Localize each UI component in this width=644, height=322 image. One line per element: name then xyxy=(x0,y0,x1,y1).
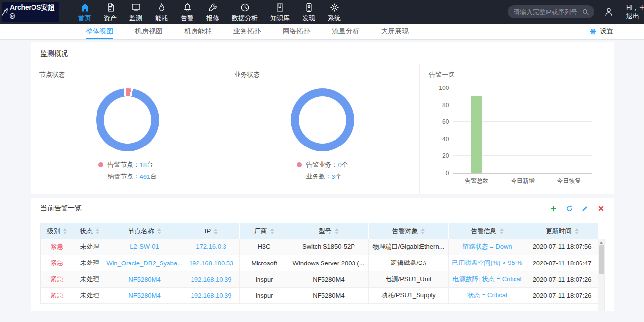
settings-button[interactable]: 设置 xyxy=(589,24,613,39)
logout-link[interactable]: 退出 xyxy=(626,12,644,20)
nav-item-energy[interactable]: 能耗 xyxy=(149,0,174,24)
data-analysis-icon xyxy=(240,2,250,13)
app-logo[interactable]: ArcherOS安超® xyxy=(2,2,59,22)
nav-item-knowledge[interactable]: 知识库 xyxy=(264,0,296,24)
nav-item-monitor[interactable]: 监测 xyxy=(123,0,149,24)
column-header[interactable]: 级别 xyxy=(41,223,73,239)
table-cell[interactable]: 192.168.10.39 xyxy=(183,288,240,304)
legend-value: 3 xyxy=(331,173,335,180)
table-scrollbar[interactable] xyxy=(598,239,605,311)
nav-item-label: 数据分析 xyxy=(232,14,258,23)
sort-icon[interactable] xyxy=(335,228,339,234)
main-nav: 首页资产监测能耗告警报修数据分析知识库发现系统 xyxy=(72,0,347,24)
table-cell[interactable]: 状态 = Critical xyxy=(449,288,526,304)
nav-item-asset[interactable]: 资产 xyxy=(97,0,123,24)
subnav-tab-4[interactable]: 业务拓扑 xyxy=(233,24,261,39)
sort-icon[interactable] xyxy=(96,228,99,234)
table-cell[interactable]: 172.16.0.3 xyxy=(183,239,240,255)
table-cell[interactable]: NF5280M4 xyxy=(106,271,183,288)
table-cell[interactable]: 192.168.10.39 xyxy=(183,271,240,288)
sort-icon[interactable] xyxy=(63,228,67,234)
scroll-up-icon[interactable] xyxy=(599,241,603,244)
table-cell: 2020-07-11 18:07:26 xyxy=(526,288,598,304)
alarm-panel-title: 告警一览 xyxy=(429,70,606,79)
column-header[interactable]: 厂商 xyxy=(240,223,289,239)
table-cell[interactable]: 192.168.100.53 xyxy=(183,255,240,271)
table-cell: Microsoft xyxy=(240,255,289,271)
user-avatar-icon[interactable] xyxy=(603,6,614,17)
global-search[interactable] xyxy=(508,5,594,18)
sort-icon[interactable] xyxy=(270,228,274,234)
table-cell: H3C xyxy=(240,239,289,255)
y-axis-label: 100 xyxy=(429,85,449,91)
nav-item-label: 发现 xyxy=(302,14,315,23)
table-cell[interactable]: L2-SW-01 xyxy=(106,239,183,255)
nav-item-alarm-bell[interactable]: 告警 xyxy=(174,0,200,24)
column-header[interactable]: 告警对象 xyxy=(369,223,449,239)
table-cell[interactable]: NF5280M4 xyxy=(106,288,183,304)
settings-label: 设置 xyxy=(600,27,613,36)
subnav-tab-5[interactable]: 网络拓扑 xyxy=(283,24,310,39)
node-status-legend: 告警节点： 18 台 纳管节点： 461 台 xyxy=(98,159,157,182)
sub-navbar: 整体视图机房视图机房能耗业务拓扑网络拓扑流量分析大屏展现 设置 xyxy=(0,24,644,40)
table-row: 紧急未处理L2-SW-01172.16.0.3H3CSwitch S1850-5… xyxy=(41,239,598,255)
subnav-tab-6[interactable]: 流量分析 xyxy=(332,24,359,39)
nav-item-repair[interactable]: 报修 xyxy=(200,0,225,24)
sort-icon[interactable] xyxy=(157,228,161,234)
column-header[interactable]: IP xyxy=(183,223,240,239)
refresh-button[interactable] xyxy=(566,205,573,212)
edit-button[interactable] xyxy=(581,205,589,212)
refresh-icon xyxy=(566,205,573,212)
column-header[interactable]: 告警信息 xyxy=(449,223,526,239)
alert-bullet-icon xyxy=(297,162,302,167)
sort-icon[interactable] xyxy=(500,228,504,234)
column-header[interactable]: 节点名称 xyxy=(106,223,183,239)
legend-label: 告警节点： xyxy=(107,160,139,169)
scrollbar-thumb[interactable] xyxy=(599,245,604,274)
table-cell: 2020-07-11 18:07:56 xyxy=(526,239,598,255)
column-header[interactable]: 状态 xyxy=(73,223,106,239)
search-icon[interactable] xyxy=(581,8,590,16)
sort-icon[interactable] xyxy=(575,228,579,234)
table-cell[interactable]: 链路状态 = Down xyxy=(449,239,526,255)
subnav-tab-7[interactable]: 大屏展现 xyxy=(381,24,409,39)
nav-item-data-analysis[interactable]: 数据分析 xyxy=(225,0,264,24)
legend-unit: 台 xyxy=(147,160,153,169)
add-button[interactable] xyxy=(550,205,557,212)
table-cell: 电源/PSU1_Unit xyxy=(369,271,449,288)
table-cell[interactable]: Win_Oracle_DB2_Sysba... xyxy=(106,255,183,271)
nav-item-discover[interactable]: 发现 xyxy=(296,0,322,24)
column-label: 厂商 xyxy=(255,227,267,234)
table-cell: Switch S1850-52P xyxy=(289,239,369,255)
table-cell: 未处理 xyxy=(73,239,106,255)
sort-icon[interactable] xyxy=(421,228,425,234)
y-axis-label: 20 xyxy=(429,152,449,159)
table-cell: 未处理 xyxy=(73,271,106,288)
logo-text: ArcherOS安超® xyxy=(10,3,59,20)
nav-item-home[interactable]: 首页 xyxy=(72,0,97,24)
gear-icon xyxy=(589,28,597,35)
column-label: 型号 xyxy=(319,227,332,234)
subnav-tab-3[interactable]: 机房能耗 xyxy=(184,24,212,39)
table-cell[interactable]: 电源故障: 状态 = Critical xyxy=(449,271,526,288)
table-cell[interactable]: 已用磁盘空间(%) > 95 % xyxy=(449,255,526,271)
column-header[interactable]: 型号 xyxy=(289,223,369,239)
table-cell: 未处理 xyxy=(73,255,106,271)
nav-item-system[interactable]: 系统 xyxy=(322,0,347,24)
node-status-donut-chart xyxy=(96,88,159,151)
legend-label: 业务数： xyxy=(306,172,331,181)
energy-icon xyxy=(157,2,167,13)
delete-button[interactable] xyxy=(597,205,605,212)
nav-item-label: 资产 xyxy=(104,14,117,23)
table-cell: 2020-07-11 18:07:26 xyxy=(526,271,598,288)
search-input[interactable] xyxy=(514,8,581,16)
alarm-bell-icon xyxy=(182,2,193,13)
column-header[interactable]: 更新时间 xyxy=(526,223,598,239)
subnav-tab-2[interactable]: 机房视图 xyxy=(135,24,162,39)
x-axis-label: 今日恢复 xyxy=(557,177,580,185)
overview-section-title: 监测概况 xyxy=(31,42,614,64)
sort-icon[interactable] xyxy=(214,229,218,234)
x-axis-label: 告警总数 xyxy=(465,177,488,185)
legend-row: 纳管节点： 461 台 xyxy=(98,171,157,182)
subnav-tab-1[interactable]: 整体视图 xyxy=(86,24,113,39)
